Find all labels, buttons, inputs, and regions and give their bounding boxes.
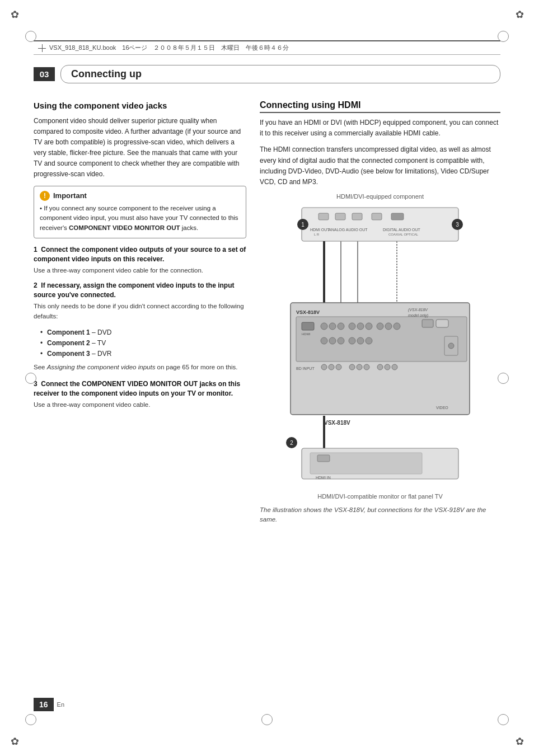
corner-mark-br: ✿ bbox=[509, 731, 530, 752]
svg-text:COAXIAL  OPTICAL: COAXIAL OPTICAL bbox=[388, 233, 419, 236]
step-2-heading: 2 If necessary, assign the component vid… bbox=[34, 281, 246, 300]
svg-rect-40 bbox=[436, 320, 448, 327]
diagram-label-top: HDMI/DVI-equipped component bbox=[260, 193, 500, 200]
important-text: • If you connect any source component to… bbox=[40, 204, 240, 233]
hdmi-diagram: HDMI/DVI-equipped component HDMI OUT ANA… bbox=[260, 193, 500, 525]
diagram-caption: The illustration shows the VSX-818V, but… bbox=[260, 505, 500, 525]
svg-rect-1 bbox=[318, 213, 329, 220]
svg-point-48 bbox=[357, 364, 362, 370]
mid-mark-left bbox=[25, 373, 36, 384]
svg-text:HDMI OUT: HDMI OUT bbox=[310, 228, 330, 232]
warning-icon: ! bbox=[40, 191, 50, 201]
svg-point-28 bbox=[357, 323, 364, 330]
svg-text:VSX-818V: VSX-818V bbox=[296, 309, 320, 315]
default-item-1: Component 1 – DVD bbox=[40, 327, 246, 338]
svg-point-51 bbox=[385, 364, 390, 370]
svg-point-42 bbox=[448, 343, 454, 349]
svg-point-46 bbox=[336, 364, 341, 370]
step-1-heading: 1 Connect the component video outputs of… bbox=[34, 245, 246, 264]
header-text: VSX_918_818_KU.book 16ページ ２００８年５月１５日 木曜日… bbox=[49, 44, 289, 52]
svg-rect-62 bbox=[317, 455, 330, 462]
svg-rect-4 bbox=[372, 213, 382, 220]
defaults-list: Component 1 – DVD Component 2 – TV Compo… bbox=[40, 327, 246, 360]
svg-point-35 bbox=[338, 337, 344, 344]
svg-rect-39 bbox=[422, 320, 433, 327]
svg-point-27 bbox=[349, 323, 355, 330]
svg-point-24 bbox=[321, 323, 327, 330]
svg-point-37 bbox=[357, 337, 364, 344]
svg-point-31 bbox=[385, 323, 392, 330]
svg-point-29 bbox=[366, 323, 372, 330]
svg-point-47 bbox=[349, 364, 355, 370]
page-en-label: En bbox=[57, 701, 64, 708]
important-bullet-text: If you connect any source component to t… bbox=[40, 205, 238, 232]
svg-point-45 bbox=[329, 364, 334, 370]
svg-rect-5 bbox=[391, 213, 404, 220]
right-intro-1: If you have an HDMI or DVI (with HDCP) e… bbox=[260, 118, 500, 139]
corner-mark-bl: ✿ bbox=[4, 731, 25, 752]
default-item-3: Component 3 – DVR bbox=[40, 349, 246, 359]
svg-point-52 bbox=[392, 364, 397, 370]
svg-text:VSX-818V: VSX-818V bbox=[324, 420, 350, 426]
corner-mark-tr: ✿ bbox=[509, 4, 530, 25]
hdmi-diagram-svg: HDMI OUT ANALOG AUDIO OUT DIGITAL AUDIO … bbox=[279, 202, 481, 493]
right-intro-2: The HDMI connection transfers uncompress… bbox=[260, 144, 500, 187]
step-2-body: This only needs to be done if you didn't… bbox=[34, 302, 246, 322]
important-label: Important bbox=[53, 191, 87, 200]
defaults-note: See Assigning the component video inputs… bbox=[34, 363, 246, 373]
chapter-title: Connecting up bbox=[60, 65, 500, 83]
chapter-number: 03 bbox=[34, 67, 55, 81]
svg-point-30 bbox=[377, 323, 383, 330]
svg-point-36 bbox=[349, 337, 355, 344]
important-box: ! Important • If you connect any source … bbox=[34, 186, 246, 238]
important-title: ! Important bbox=[40, 191, 240, 201]
page-number: 16 bbox=[34, 698, 54, 711]
step-3: 3 Connect the COMPONENT VIDEO MONITOR OU… bbox=[34, 379, 246, 410]
svg-text:HDMI: HDMI bbox=[302, 332, 311, 336]
svg-point-44 bbox=[321, 364, 327, 370]
right-section-title: Connecting using HDMI bbox=[260, 100, 500, 113]
right-column: Connecting using HDMI If you have an HDM… bbox=[260, 100, 500, 525]
inner-mark-bl bbox=[25, 714, 36, 725]
bottom-center-mark bbox=[261, 714, 273, 725]
svg-rect-22 bbox=[302, 322, 314, 330]
svg-rect-0 bbox=[302, 208, 458, 241]
svg-text:ANALOG AUDIO OUT: ANALOG AUDIO OUT bbox=[329, 228, 368, 232]
svg-text:DIGITAL AUDIO OUT: DIGITAL AUDIO OUT bbox=[383, 228, 421, 232]
svg-text:1: 1 bbox=[301, 222, 305, 228]
svg-rect-2 bbox=[335, 213, 345, 220]
svg-point-25 bbox=[329, 323, 336, 330]
diagram-label-monitor: HDMI/DVI-compatible monitor or flat pane… bbox=[260, 493, 500, 500]
left-column: Using the component video jacks Componen… bbox=[34, 100, 246, 525]
inner-mark-tl bbox=[25, 31, 36, 42]
svg-text:BD INPUT: BD INPUT bbox=[296, 367, 315, 370]
corner-mark-tl: ✿ bbox=[4, 4, 25, 25]
svg-text:2: 2 bbox=[290, 440, 293, 446]
step-3-heading: 3 Connect the COMPONENT VIDEO MONITOR OU… bbox=[34, 379, 246, 398]
left-section-title: Using the component video jacks bbox=[34, 100, 246, 111]
default-item-2: Component 2 – TV bbox=[40, 338, 246, 349]
page-footer: 16 En bbox=[34, 698, 64, 711]
svg-point-34 bbox=[329, 337, 336, 344]
svg-rect-3 bbox=[352, 213, 362, 220]
svg-text:(VSX-818V: (VSX-818V bbox=[408, 308, 428, 312]
svg-point-33 bbox=[321, 337, 327, 344]
step-3-body: Use a three-way component video cable. bbox=[34, 400, 246, 410]
step-2: 2 If necessary, assign the component vid… bbox=[34, 281, 246, 321]
svg-text:model only): model only) bbox=[408, 313, 428, 318]
inner-mark-br bbox=[498, 714, 509, 725]
inner-mark-tr bbox=[498, 31, 509, 42]
page-header: VSX_918_818_KU.book 16ページ ２００８年５月１５日 木曜日… bbox=[34, 40, 500, 55]
svg-point-32 bbox=[394, 323, 400, 330]
svg-point-50 bbox=[377, 364, 383, 370]
step-1: 1 Connect the component video outputs of… bbox=[34, 245, 246, 275]
crosshair-icon bbox=[38, 44, 46, 52]
svg-text:3: 3 bbox=[456, 222, 459, 228]
svg-text:VIDEO: VIDEO bbox=[436, 406, 448, 410]
svg-text:HDMI IN: HDMI IN bbox=[316, 476, 331, 480]
main-content: Using the component video jacks Componen… bbox=[34, 100, 500, 525]
svg-text:L    R: L R bbox=[314, 233, 320, 236]
svg-point-38 bbox=[366, 337, 372, 344]
step-1-body: Use a three-way component video cable fo… bbox=[34, 266, 246, 276]
svg-point-26 bbox=[338, 323, 344, 330]
